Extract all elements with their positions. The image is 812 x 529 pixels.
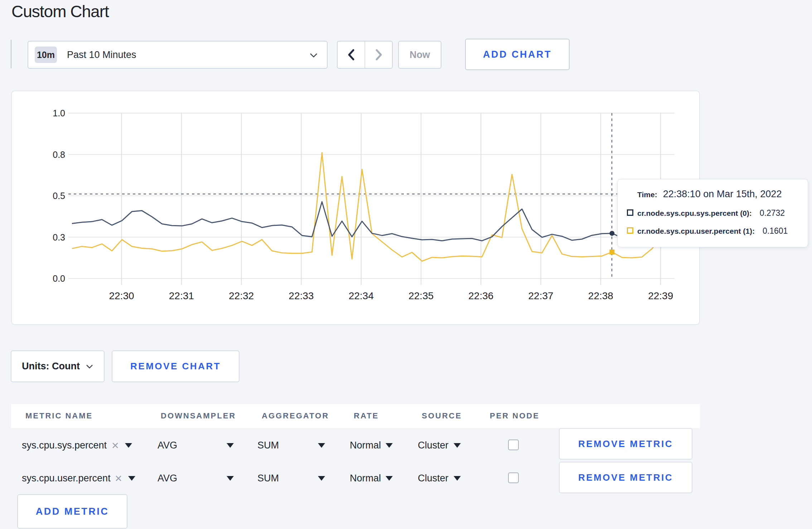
svg-text:22:34: 22:34 bbox=[349, 290, 374, 301]
svg-text:22:35: 22:35 bbox=[409, 290, 434, 301]
svg-text:22:36: 22:36 bbox=[468, 290, 493, 301]
svg-text:1.0: 1.0 bbox=[53, 108, 65, 118]
svg-text:22:33: 22:33 bbox=[289, 290, 314, 301]
svg-text:0.5: 0.5 bbox=[53, 191, 65, 201]
svg-text:0.0: 0.0 bbox=[53, 273, 65, 283]
svg-text:22:39: 22:39 bbox=[648, 290, 673, 301]
svg-text:0.8: 0.8 bbox=[53, 150, 65, 160]
svg-text:22:30: 22:30 bbox=[109, 290, 134, 301]
svg-text:0.3: 0.3 bbox=[53, 232, 65, 242]
svg-text:22:37: 22:37 bbox=[528, 290, 554, 301]
svg-text:22:31: 22:31 bbox=[169, 290, 194, 301]
svg-text:22:32: 22:32 bbox=[229, 290, 254, 301]
svg-text:22:38: 22:38 bbox=[588, 290, 613, 301]
